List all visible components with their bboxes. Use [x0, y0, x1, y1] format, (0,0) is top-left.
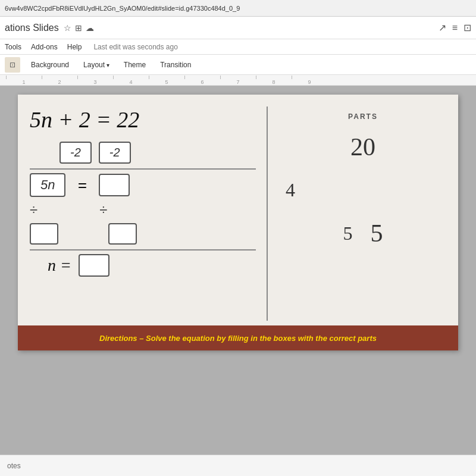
divider-line-1 — [30, 168, 256, 170]
ruler-mark-7: 7 — [220, 76, 256, 85]
ruler-content: 1 2 3 4 5 6 7 8 9 — [6, 75, 470, 85]
theme-button[interactable]: Theme — [118, 59, 152, 71]
app-header: ations Slides ☆ ⊞ ☁ ↗ ≡ ⊡ — [0, 17, 476, 39]
url-text: 6vw4v8WC2cpdFbR8iEVdlUydHL2Gn_SyAOM0/edi… — [5, 5, 240, 12]
header-icons: ☆ ⊞ ☁ — [64, 23, 94, 33]
main-equation: 5n + 2 = 22 — [30, 107, 262, 133]
ruler-mark-6: 6 — [184, 76, 220, 85]
ruler-mark-9: 9 — [292, 76, 327, 85]
grid-icon[interactable]: ⊞ — [75, 23, 82, 33]
step1-box2: -2 — [99, 142, 131, 164]
step1-row: -2 -2 — [60, 142, 262, 164]
parts-number-5-left: 5 — [343, 223, 353, 245]
app-title: ations Slides — [5, 23, 59, 33]
step3-divide-row: ÷ ÷ — [30, 202, 262, 218]
menu-bar: Tools Add-ons Help Last edit was seconds… — [0, 39, 476, 55]
cloud-icon[interactable]: ☁ — [86, 23, 94, 33]
step4-row: n = — [48, 254, 262, 277]
menu-help[interactable]: Help — [67, 43, 82, 51]
comment-icon[interactable]: ≡ — [452, 23, 458, 33]
notes-area: otes — [0, 455, 476, 476]
menu-tools[interactable]: Tools — [5, 43, 21, 51]
step4-result-box — [79, 254, 109, 277]
ruler: 1 2 3 4 5 6 7 8 9 — [0, 75, 476, 86]
menu-addons[interactable]: Add-ons — [31, 43, 58, 51]
step2-equals: = — [77, 176, 86, 195]
step3-left-empty — [30, 223, 58, 245]
ruler-mark-5: 5 — [149, 76, 184, 85]
step2-row: 5n = — [30, 173, 262, 197]
layout-button[interactable]: Layout — [77, 59, 115, 71]
slide-canvas[interactable]: 5n + 2 = 22 -2 -2 5n = ÷ — [18, 95, 458, 350]
background-button[interactable]: Background — [25, 59, 75, 71]
step3-empty-row — [30, 223, 262, 245]
last-edit-label: Last edit was seconds ago — [93, 43, 177, 51]
step3-right-empty — [108, 223, 137, 245]
ruler-mark-8: 8 — [256, 76, 292, 85]
step2-right-box — [99, 174, 130, 196]
parts-number-4: 4 — [286, 179, 295, 201]
trend-icon[interactable]: ↗ — [439, 22, 446, 33]
divide-symbol-left: ÷ — [30, 202, 37, 218]
main-area: 5n + 2 = 22 -2 -2 5n = ÷ — [0, 86, 476, 455]
divide-symbol-right: ÷ — [99, 202, 107, 218]
toolbar: ⊡ Background Layout Theme Transition — [0, 55, 476, 75]
notes-label: otes — [7, 462, 21, 470]
transition-button[interactable]: Transition — [154, 59, 197, 71]
address-bar: 6vw4v8WC2cpdFbR8iEVdlUydHL2Gn_SyAOM0/edi… — [0, 0, 476, 17]
divider-line-2 — [30, 249, 256, 250]
slide-right-panel: PARTS 20 4 5 5 — [280, 107, 446, 321]
parts-number-5-right: 5 — [371, 219, 383, 248]
back-button[interactable]: ⊡ — [5, 57, 20, 73]
n-equals-label: n = — [48, 256, 71, 275]
slide-area: 5n + 2 = 22 -2 -2 5n = ÷ — [0, 86, 476, 455]
account-icon[interactable]: ⊡ — [464, 22, 471, 33]
slide-left-panel: 5n + 2 = 22 -2 -2 5n = ÷ — [30, 107, 262, 321]
parts-number-20: 20 — [350, 133, 375, 161]
step1-box1: -2 — [60, 142, 92, 164]
ruler-mark-1: 1 — [6, 76, 42, 85]
slide-banner: Directions – Solve the equation by filli… — [18, 325, 458, 350]
parts-label: PARTS — [348, 112, 378, 121]
ruler-mark-4: 4 — [113, 76, 149, 85]
header-right: ↗ ≡ ⊡ — [439, 22, 471, 33]
step2-left-box: 5n — [30, 173, 65, 197]
ruler-mark-3: 3 — [77, 76, 113, 85]
parts-row-5s: 5 5 — [343, 219, 383, 248]
banner-text: Directions – Solve the equation by filli… — [99, 334, 377, 343]
vertical-divider — [267, 107, 268, 321]
ruler-mark-2: 2 — [42, 76, 77, 85]
star-icon[interactable]: ☆ — [64, 23, 71, 33]
